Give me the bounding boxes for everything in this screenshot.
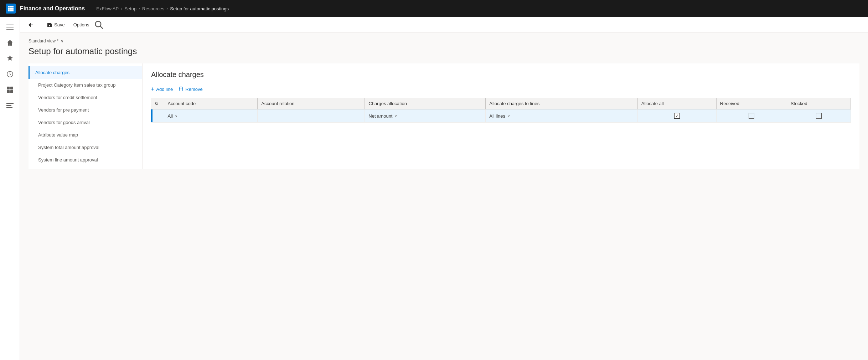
sidebar-icon-workspaces[interactable] xyxy=(3,83,17,97)
charges-table: ↻ Account code Account relation Charges … xyxy=(151,98,851,123)
col-header-allocate-to-lines: Allocate charges to lines xyxy=(486,98,638,109)
stocked-checkbox[interactable] xyxy=(816,113,822,119)
svg-rect-5 xyxy=(12,8,14,10)
breadcrumb-sep-3: › xyxy=(166,6,168,11)
toolbar-divider-1 xyxy=(40,21,40,29)
remove-button[interactable]: Remove xyxy=(179,85,202,93)
sidebar-icon-menu[interactable] xyxy=(3,20,17,34)
svg-line-21 xyxy=(100,26,103,29)
table-row[interactable]: All ∨ Net amount xyxy=(151,109,851,123)
svg-rect-3 xyxy=(8,8,10,10)
col-header-account-relation: Account relation xyxy=(258,98,365,109)
sidebar-icon-recent[interactable] xyxy=(3,67,17,81)
svg-rect-7 xyxy=(10,10,12,11)
chevron-down-icon: ∨ xyxy=(61,38,64,43)
breadcrumb-sep-2: › xyxy=(139,6,140,11)
left-nav-panel: Allocate charges Project Category Item s… xyxy=(29,63,143,169)
breadcrumb: ExFlow AP › Setup › Resources › Setup fo… xyxy=(96,6,229,11)
cell-charges-allocation[interactable]: Net amount ∨ xyxy=(365,109,486,123)
breadcrumb-item-2[interactable]: Setup xyxy=(124,6,136,11)
page-title: Setup for automatic postings xyxy=(29,46,859,56)
breadcrumb-item-1[interactable]: ExFlow AP xyxy=(96,6,119,11)
save-label: Save xyxy=(54,22,65,27)
svg-rect-18 xyxy=(6,105,11,106)
nav-item-vendors-credit[interactable]: Vendors for credit settlement xyxy=(29,91,142,104)
svg-rect-2 xyxy=(12,6,14,7)
breadcrumb-sep-1: › xyxy=(121,6,122,11)
left-sidebar xyxy=(0,17,20,360)
col-header-charges-allocation: Charges allocation xyxy=(365,98,486,109)
app-title: Finance and Operations xyxy=(20,5,85,12)
breadcrumb-item-3[interactable]: Resources xyxy=(142,6,164,11)
svg-rect-8 xyxy=(12,10,14,11)
charges-allocation-dropdown-icon[interactable]: ∨ xyxy=(394,114,397,118)
options-label: Options xyxy=(73,22,89,27)
remove-label: Remove xyxy=(185,87,202,92)
nav-item-system-line[interactable]: System line amount approval xyxy=(29,154,142,166)
svg-rect-9 xyxy=(6,25,14,25)
cell-stocked[interactable] xyxy=(787,109,851,123)
remove-icon xyxy=(179,87,184,92)
col-header-allocate-all: Allocate all xyxy=(637,98,716,109)
cell-allocate-to-lines[interactable]: All lines ∨ xyxy=(486,109,638,123)
app-grid-icon[interactable] xyxy=(6,4,16,14)
add-line-button[interactable]: + Add line xyxy=(151,84,173,94)
nav-item-project-category[interactable]: Project Category Item sales tax group xyxy=(29,79,142,91)
add-icon: + xyxy=(151,86,154,92)
svg-rect-6 xyxy=(8,10,10,11)
cell-account-code[interactable]: All ∨ xyxy=(164,109,258,123)
view-selector-label: Standard view * xyxy=(29,38,58,43)
sidebar-icon-home[interactable] xyxy=(3,36,17,50)
svg-rect-10 xyxy=(6,27,14,27)
cell-account-relation[interactable] xyxy=(258,109,365,123)
received-checkbox[interactable] xyxy=(749,113,754,119)
nav-item-system-total[interactable]: System total amount approval xyxy=(29,141,142,154)
nav-item-attribute-map[interactable]: Attribute value map xyxy=(29,129,142,141)
svg-rect-13 xyxy=(7,87,10,89)
allocate-to-lines-dropdown-icon[interactable]: ∨ xyxy=(507,114,510,118)
nav-item-vendors-prepay[interactable]: Vendors for pre payment xyxy=(29,104,142,116)
toolbar: Save Options xyxy=(20,17,868,33)
back-button[interactable] xyxy=(24,20,37,30)
col-header-received: Received xyxy=(716,98,787,109)
allocate-to-lines-value: All lines xyxy=(489,113,505,119)
nav-item-allocate-charges[interactable]: Allocate charges xyxy=(29,66,142,79)
svg-rect-4 xyxy=(10,8,12,10)
breadcrumb-item-4: Setup for automatic postings xyxy=(170,6,229,11)
svg-rect-16 xyxy=(10,90,13,93)
svg-rect-1 xyxy=(10,6,12,7)
sidebar-icon-favorites[interactable] xyxy=(3,51,17,66)
allocate-all-checkbox[interactable] xyxy=(674,113,680,119)
row-selector-cell xyxy=(151,109,164,123)
charges-allocation-value: Net amount xyxy=(368,113,392,119)
account-code-dropdown-icon[interactable]: ∨ xyxy=(175,114,177,118)
col-header-account-code: Account code xyxy=(164,98,258,109)
sidebar-icon-modules[interactable] xyxy=(3,98,17,113)
svg-rect-11 xyxy=(6,29,14,30)
svg-rect-19 xyxy=(6,107,12,108)
svg-rect-17 xyxy=(6,103,14,104)
col-header-stocked: Stocked xyxy=(787,98,851,109)
nav-item-vendors-goods[interactable]: Vendors for goods arrival xyxy=(29,116,142,129)
save-button[interactable]: Save xyxy=(43,20,68,30)
options-button[interactable]: Options xyxy=(70,20,93,29)
svg-rect-15 xyxy=(7,90,10,93)
action-bar: + Add line Remove xyxy=(151,84,851,94)
right-panel: Allocate charges + Add line xyxy=(143,63,859,169)
content-layout: Allocate charges Project Category Item s… xyxy=(29,63,859,169)
svg-point-20 xyxy=(95,21,101,27)
search-icon[interactable] xyxy=(94,20,104,30)
main-area: Save Options Standard view * ∨ Setup for… xyxy=(20,17,868,360)
svg-rect-14 xyxy=(10,87,13,89)
cell-received[interactable] xyxy=(716,109,787,123)
top-bar: Finance and Operations ExFlow AP › Setup… xyxy=(0,0,868,17)
page-content: Standard view * ∨ Setup for automatic po… xyxy=(20,33,868,360)
panel-title: Allocate charges xyxy=(151,71,851,79)
col-header-refresh[interactable]: ↻ xyxy=(151,98,164,109)
svg-rect-0 xyxy=(8,6,10,7)
refresh-icon[interactable]: ↻ xyxy=(155,101,159,106)
row-selected-bar xyxy=(151,109,153,122)
add-line-label: Add line xyxy=(156,87,173,92)
cell-allocate-all[interactable] xyxy=(637,109,716,123)
view-selector[interactable]: Standard view * ∨ xyxy=(29,38,859,43)
